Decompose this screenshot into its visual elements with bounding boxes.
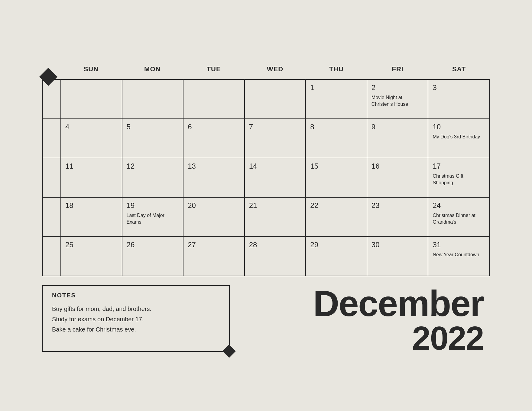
notes-box: NOTES Buy gifts for mom, dad, and brothe… (42, 285, 230, 352)
cell-date: 3 (433, 83, 485, 92)
header-sun: SUN (60, 62, 122, 79)
notes-title: NOTES (52, 292, 220, 299)
cell-date: 10 (433, 123, 485, 131)
calendar-cell-3-0: 18 (61, 198, 122, 237)
calendar-cell-1-1: 5 (122, 119, 184, 158)
header-thu: THU (306, 62, 367, 79)
calendar-cell-3-2: 20 (183, 198, 245, 237)
calendar-cell-3-5: 23 (367, 198, 429, 237)
cell-date: 20 (188, 201, 240, 210)
calendar-cell-1-2: 6 (183, 119, 245, 158)
calendar-grid: 12Movie Night at Christen's House3456789… (42, 79, 490, 276)
calendar-cell-1-3: 7 (245, 119, 306, 158)
notes-line: Bake a cake for Christmas eve. (52, 324, 220, 335)
cell-date: 14 (249, 162, 301, 170)
cell-date: 29 (310, 241, 362, 249)
cell-date: 21 (249, 201, 301, 210)
calendar-cell-3-4: 22 (306, 198, 367, 237)
calendar-cell-1-0: 4 (61, 119, 122, 158)
cell-date: 5 (127, 123, 179, 131)
cell-date: 12 (127, 162, 179, 170)
cell-date: 22 (310, 201, 362, 210)
calendar-page: SUN MON TUE WED THU FRI SAT 12Movie Nigh… (30, 44, 502, 367)
notes-line: Buy gifts for mom, dad, and brothers. (52, 304, 220, 314)
side-cell-1 (43, 119, 61, 158)
calendar-cell-4-3: 28 (245, 237, 306, 276)
calendar-cell-3-1: 19Last Day of Major Exams (122, 198, 184, 237)
cell-date: 27 (188, 241, 240, 249)
calendar-cell-4-0: 25 (61, 237, 122, 276)
calendar-cell-2-1: 12 (122, 158, 184, 198)
side-cell-3 (43, 198, 61, 237)
cell-date: 18 (65, 201, 118, 210)
bottom-section: NOTES Buy gifts for mom, dad, and brothe… (42, 285, 490, 355)
cell-date: 26 (127, 241, 179, 249)
calendar-cell-0-0 (61, 80, 122, 119)
diamond-top-icon (39, 68, 57, 86)
cell-date: 31 (433, 241, 485, 249)
header-mon: MON (122, 62, 183, 79)
cell-date: 2 (371, 83, 424, 92)
calendar-cell-0-3 (245, 80, 306, 119)
cell-date: 4 (65, 123, 118, 131)
calendar-cell-4-4: 29 (306, 237, 367, 276)
calendar-wrapper: SUN MON TUE WED THU FRI SAT 12Movie Nigh… (42, 62, 490, 276)
calendar-cell-0-5: 2Movie Night at Christen's House (367, 80, 429, 119)
calendar-cell-0-6: 3 (428, 80, 490, 119)
cell-date: 28 (249, 241, 301, 249)
cell-date: 6 (188, 123, 240, 131)
calendar-cell-1-6: 10My Dog's 3rd Birthday (428, 119, 490, 158)
svg-marker-1 (222, 345, 236, 358)
calendar-cell-0-4: 1 (306, 80, 367, 119)
calendar-cell-4-5: 30 (367, 237, 429, 276)
calendar-cell-2-3: 14 (245, 158, 306, 198)
cell-event: Christmas Gift Shopping (433, 173, 485, 186)
calendar-cell-4-6: 31New Year Countdown (428, 237, 490, 276)
calendar-cell-1-5: 9 (367, 119, 429, 158)
notes-text: Buy gifts for mom, dad, and brothers.Stu… (52, 304, 220, 335)
calendar-cell-2-2: 13 (183, 158, 245, 198)
cell-event: Christmas Dinner at Grandma's (433, 212, 485, 226)
cell-event: My Dog's 3rd Birthday (433, 134, 485, 140)
calendar-cell-2-5: 16 (367, 158, 429, 198)
calendar-cell-2-0: 11 (61, 158, 122, 198)
cell-date: 19 (127, 201, 179, 210)
month-name: December (313, 285, 484, 322)
diamond-bottom-icon (222, 345, 236, 358)
calendar-cell-3-3: 21 (245, 198, 306, 237)
month-title: December 2022 (242, 285, 490, 355)
cell-date: 1 (310, 83, 362, 92)
month-year: 2022 (412, 322, 484, 355)
cell-date: 11 (65, 162, 118, 170)
cell-date: 24 (433, 201, 485, 210)
calendar-cell-3-6: 24Christmas Dinner at Grandma's (428, 198, 490, 237)
day-headers: SUN MON TUE WED THU FRI SAT (60, 62, 490, 79)
cell-event: Last Day of Major Exams (127, 212, 179, 226)
calendar-cell-0-2 (183, 80, 245, 119)
cell-date: 13 (188, 162, 240, 170)
calendar-cell-4-2: 27 (183, 237, 245, 276)
cell-date: 9 (371, 123, 424, 131)
side-cell-4 (43, 237, 61, 276)
cell-date: 17 (433, 162, 485, 170)
cell-date: 16 (371, 162, 424, 170)
cell-date: 8 (310, 123, 362, 131)
svg-marker-0 (39, 68, 57, 86)
cell-date: 23 (371, 201, 424, 210)
cell-date: 7 (249, 123, 301, 131)
cell-event: Movie Night at Christen's House (371, 94, 424, 108)
header-sat: SAT (428, 62, 490, 79)
calendar-cell-2-4: 15 (306, 158, 367, 198)
calendar-cell-0-1 (122, 80, 184, 119)
calendar-cell-2-6: 17Christmas Gift Shopping (428, 158, 490, 198)
calendar-cell-1-4: 8 (306, 119, 367, 158)
header-wed: WED (245, 62, 306, 79)
notes-line: Study for exams on December 17. (52, 314, 220, 324)
cell-date: 25 (65, 241, 118, 249)
cell-date: 30 (371, 241, 424, 249)
header-fri: FRI (367, 62, 428, 79)
side-cell-2 (43, 158, 61, 198)
calendar-cell-4-1: 26 (122, 237, 184, 276)
header-tue: TUE (183, 62, 245, 79)
cell-event: New Year Countdown (433, 251, 485, 258)
